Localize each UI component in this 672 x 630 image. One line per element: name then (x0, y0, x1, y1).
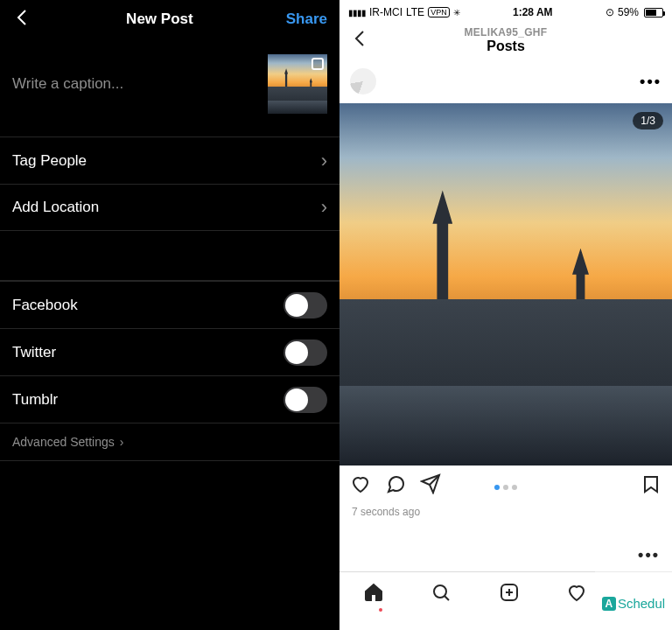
new-post-header: New Post Share (0, 0, 340, 38)
back-icon[interactable] (12, 7, 33, 32)
caption-row: Write a caption... (0, 38, 340, 136)
new-post-pane: New Post Share Write a caption... Tag Pe… (0, 0, 340, 630)
posts-header: MELIKA95_GHF Posts (340, 21, 672, 60)
tag-people-label: Tag People (12, 152, 87, 170)
avatar[interactable] (350, 68, 376, 94)
signal-icon: ▮▮▮▮ (348, 8, 366, 18)
multi-photo-icon (312, 58, 324, 70)
share-targets-block: Facebook Twitter Tumblr Advanced Setting… (0, 280, 340, 461)
share-twitter-label: Twitter (12, 344, 56, 361)
watermark-logo-icon: A (602, 597, 616, 611)
post-author-row: ••• (340, 60, 672, 103)
share-button[interactable]: Share (286, 10, 327, 28)
image-thumbnail[interactable] (268, 54, 327, 114)
chevron-right-icon: › (321, 196, 327, 219)
add-location-label: Add Location (12, 199, 99, 216)
status-bar: ▮▮▮▮ IR-MCI LTE VPN ✳ 1:28 AM ⊙ 59% (340, 4, 672, 21)
username-label: MELIKA95_GHF (340, 26, 672, 38)
share-facebook-row: Facebook (0, 281, 340, 328)
share-tumblr-toggle[interactable] (284, 387, 327, 413)
svg-line-1 (444, 596, 449, 600)
battery-icon (642, 8, 663, 18)
advanced-settings-row[interactable]: Advanced Settings › (0, 423, 340, 461)
carousel-dots (340, 478, 672, 494)
share-facebook-label: Facebook (12, 297, 78, 314)
notification-dot-icon (379, 608, 382, 612)
chevron-right-icon: › (321, 150, 327, 172)
svg-point-0 (434, 585, 446, 598)
chevron-right-icon: › (120, 435, 124, 449)
vpn-badge: VPN (428, 7, 450, 18)
add-location-row[interactable]: Add Location › (0, 184, 340, 231)
back-icon[interactable] (350, 28, 371, 52)
carrier-label: IR-MCI (369, 6, 402, 18)
watermark-label: Schedul (618, 596, 665, 611)
alarm-icon: ⊙ (606, 6, 614, 18)
activity-tab[interactable] (566, 582, 587, 606)
posts-pane: ▮▮▮▮ IR-MCI LTE VPN ✳ 1:28 AM ⊙ 59% MELI… (340, 0, 672, 630)
post-image[interactable]: 1/3 (340, 103, 672, 466)
post-action-bar (340, 466, 672, 506)
carousel-counter: 1/3 (633, 112, 663, 130)
watermark: A Schedul (595, 567, 672, 630)
advanced-settings-label: Advanced Settings (12, 435, 115, 449)
battery-pct: 59% (618, 6, 639, 18)
share-tumblr-row: Tumblr (0, 375, 340, 423)
network-label: LTE (406, 6, 424, 18)
loading-icon: ✳ (453, 8, 460, 18)
timestamp-label: 7 seconds ago (340, 506, 672, 518)
clock-label: 1:28 AM (513, 6, 553, 18)
search-tab[interactable] (430, 582, 452, 606)
tag-people-row[interactable]: Tag People › (0, 136, 340, 184)
caption-input[interactable]: Write a caption... (12, 75, 261, 93)
next-post-options-button[interactable]: ••• (340, 518, 672, 571)
create-tab[interactable] (499, 582, 520, 606)
share-tumblr-label: Tumblr (12, 391, 58, 409)
new-post-title: New Post (126, 10, 193, 28)
post-options-button[interactable]: ••• (640, 73, 662, 91)
share-twitter-toggle[interactable] (284, 340, 327, 366)
section-title: Posts (340, 38, 672, 54)
share-facebook-toggle[interactable] (284, 292, 327, 318)
share-twitter-row: Twitter (0, 328, 340, 375)
home-tab[interactable] (363, 582, 384, 606)
